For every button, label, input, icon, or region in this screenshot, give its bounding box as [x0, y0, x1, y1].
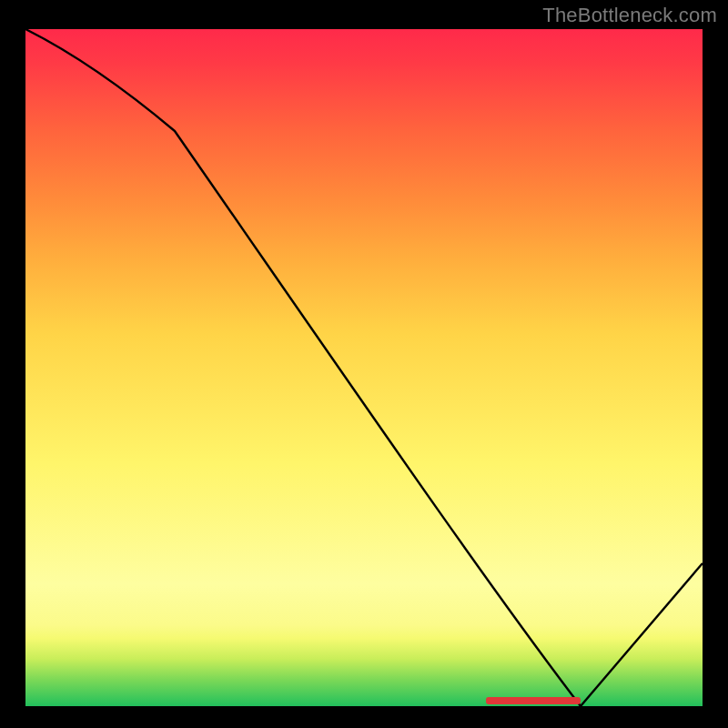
chart-frame: TheBottleneck.com: [0, 0, 728, 728]
watermark-label: TheBottleneck.com: [542, 4, 717, 27]
axis-bottom: [24, 706, 704, 708]
line-curve: [25, 29, 703, 706]
axis-left: [24, 27, 25, 708]
optimal-range-marker: [486, 697, 581, 704]
axis-right: [703, 27, 704, 708]
plot-area: [25, 29, 703, 706]
